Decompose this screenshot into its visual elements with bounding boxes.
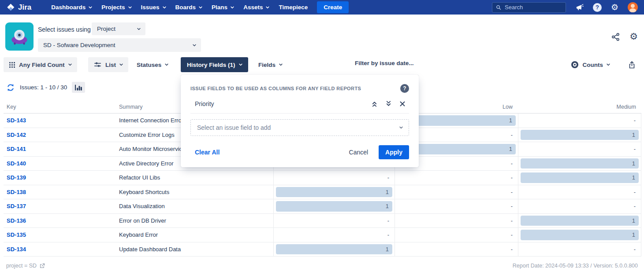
count-cell: 1 bbox=[518, 228, 641, 242]
issue-source-dropdown[interactable]: Project bbox=[92, 22, 145, 35]
move-field-top-button[interactable] bbox=[371, 100, 378, 107]
nav-item-dashboards[interactable]: Dashboards bbox=[46, 0, 97, 15]
count-cell: - bbox=[273, 228, 395, 242]
chart-view-toggle[interactable] bbox=[72, 82, 85, 93]
create-button[interactable]: Create bbox=[317, 1, 349, 13]
issue-key-link[interactable]: SD-140 bbox=[4, 157, 119, 171]
popup-title: ISSUE FIELDS TO BE USED AS COLUMNS FOR A… bbox=[190, 86, 361, 91]
count-cell: 1 bbox=[518, 157, 641, 171]
count-cell: 1 bbox=[518, 128, 641, 142]
brand-label: Jira bbox=[18, 3, 31, 12]
nav-item-issues[interactable]: Issues bbox=[136, 0, 171, 15]
count-cell: 1 bbox=[518, 214, 641, 228]
clear-all-link[interactable]: Clear All bbox=[190, 149, 220, 156]
nav-item-plans[interactable]: Plans bbox=[207, 0, 238, 15]
issue-key-link[interactable]: SD-139 bbox=[4, 171, 119, 185]
count-cell: - bbox=[518, 199, 641, 213]
count-cell: 1 bbox=[273, 199, 395, 213]
chevron-down-icon bbox=[137, 26, 141, 30]
header-actions: ⚙ bbox=[611, 32, 638, 41]
search-input[interactable] bbox=[505, 4, 562, 11]
chevron-down-icon bbox=[68, 62, 71, 66]
nav-item-boards[interactable]: Boards bbox=[171, 0, 207, 15]
count-cell: - bbox=[395, 228, 518, 242]
add-field-select[interactable]: Select an issue field to add bbox=[190, 119, 409, 136]
count-value: 1 bbox=[386, 203, 389, 209]
layout-label: List bbox=[105, 62, 116, 68]
issue-key-link[interactable]: SD-135 bbox=[4, 228, 119, 242]
help-button[interactable]: ? bbox=[593, 3, 602, 12]
chevron-down-icon bbox=[399, 125, 403, 128]
popup-footer: Clear All Cancel Apply bbox=[190, 145, 409, 159]
settings-button[interactable]: ⚙ bbox=[611, 3, 618, 11]
fields-label: Fields bbox=[258, 62, 275, 68]
issue-key-link[interactable]: SD-141 bbox=[4, 142, 119, 156]
issue-key-link[interactable]: SD-136 bbox=[4, 214, 119, 228]
table-row: SD-135Keyboard Error--1 bbox=[4, 228, 641, 242]
apply-button[interactable]: Apply bbox=[379, 145, 409, 159]
nav-item-label: Issues bbox=[141, 4, 160, 11]
selected-field-label: Priority bbox=[195, 100, 371, 107]
issue-date-filter-input[interactable] bbox=[355, 60, 456, 66]
count-bar: 1 bbox=[521, 130, 639, 140]
nav-item-assets[interactable]: Assets bbox=[238, 0, 274, 15]
list-icon bbox=[94, 61, 101, 68]
page: Jira DashboardsProjectsIssuesBoardsPlans… bbox=[0, 0, 644, 275]
external-link-icon[interactable] bbox=[39, 263, 45, 269]
issue-key-link[interactable]: SD-143 bbox=[4, 114, 119, 128]
issue-summary: Update Dashboard Data bbox=[119, 242, 273, 257]
count-value: 1 bbox=[632, 174, 635, 181]
move-field-bottom-button[interactable] bbox=[385, 100, 392, 107]
column-header-key[interactable]: Key bbox=[4, 104, 119, 110]
count-cell: - bbox=[395, 199, 518, 213]
count-cell: - bbox=[395, 214, 518, 228]
double-chevron-down-icon bbox=[385, 100, 392, 107]
refresh-button[interactable] bbox=[6, 83, 15, 92]
count-cell: - bbox=[273, 171, 395, 185]
fields-dropdown[interactable]: Fields bbox=[257, 57, 284, 72]
cancel-button[interactable]: Cancel bbox=[349, 149, 369, 156]
statuses-dropdown[interactable]: Statuses bbox=[135, 57, 170, 72]
history-fields-popup: ISSUE FIELDS TO BE USED AS COLUMNS FOR A… bbox=[181, 75, 419, 167]
popup-header: ISSUE FIELDS TO BE USED AS COLUMNS FOR A… bbox=[190, 84, 409, 93]
history-fields-dropdown[interactable]: History Fields (1) bbox=[181, 57, 248, 72]
announcements-button[interactable] bbox=[575, 3, 584, 11]
layout-dropdown[interactable]: List bbox=[88, 57, 128, 72]
count-value: 1 bbox=[632, 132, 635, 138]
report-meta-label: Report Date: 2024-05-09 13:33 / Version:… bbox=[513, 263, 638, 269]
jira-brand[interactable]: Jira bbox=[6, 3, 31, 12]
nav-item-label: Plans bbox=[212, 4, 227, 11]
remove-field-button[interactable] bbox=[399, 101, 406, 107]
issue-key-link[interactable]: SD-138 bbox=[4, 185, 119, 199]
app-logo bbox=[5, 22, 34, 51]
issue-key-link[interactable]: SD-134 bbox=[4, 242, 119, 257]
gear-icon: ⚙ bbox=[611, 3, 618, 11]
profile-button[interactable] bbox=[628, 2, 638, 12]
global-search[interactable] bbox=[492, 2, 566, 13]
nav-item-timepiece[interactable]: Timepiece bbox=[274, 0, 313, 15]
toolbar: Any Field Count List Statuses History Fi… bbox=[0, 57, 644, 72]
report-settings-button[interactable]: ⚙ bbox=[629, 32, 638, 41]
counts-dropdown[interactable]: Counts bbox=[569, 57, 612, 72]
selected-field-row: Priority bbox=[190, 100, 409, 114]
count-cell: - bbox=[395, 171, 518, 185]
share-button[interactable] bbox=[611, 32, 620, 41]
issue-key-link[interactable]: SD-137 bbox=[4, 199, 119, 213]
issue-key-link[interactable]: SD-142 bbox=[4, 128, 119, 142]
issue-summary: Data Visualization bbox=[119, 199, 273, 213]
count-value: 1 bbox=[632, 217, 635, 224]
count-bar: 1 bbox=[521, 172, 639, 183]
export-button[interactable] bbox=[626, 57, 638, 72]
view-type-dropdown[interactable]: Any Field Count bbox=[4, 57, 77, 72]
column-header-medium[interactable]: Medium bbox=[518, 104, 641, 110]
count-cell: 1 bbox=[273, 185, 395, 199]
nav-item-label: Projects bbox=[101, 4, 125, 11]
jira-logo-icon bbox=[6, 3, 15, 12]
popup-help-button[interactable]: ? bbox=[400, 84, 409, 93]
refresh-icon bbox=[6, 83, 15, 92]
issue-summary: Error on DB Driver bbox=[119, 214, 273, 228]
count-cell: 1 bbox=[273, 242, 395, 257]
project-dropdown[interactable]: SD - Sofware Development bbox=[38, 38, 201, 52]
nav-item-projects[interactable]: Projects bbox=[97, 0, 136, 15]
help-icon: ? bbox=[593, 3, 602, 12]
